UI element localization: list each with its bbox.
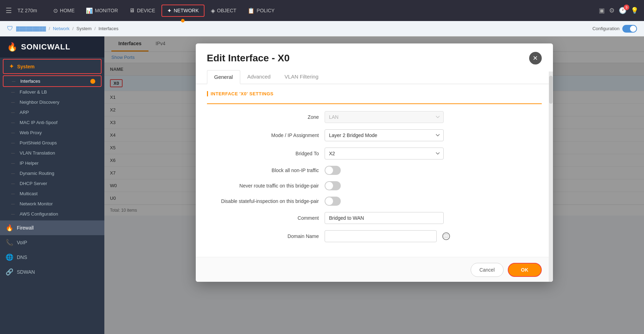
voip-icon: 📞 xyxy=(6,239,13,246)
hamburger-icon[interactable]: ☰ xyxy=(6,6,12,15)
content-area: Interfaces IPv4 Show Ports NAME X0 xyxy=(104,36,644,334)
device-icon: 🖥 xyxy=(129,7,135,14)
dash-icon13: — xyxy=(11,202,15,206)
dns-label: DNS xyxy=(17,254,27,260)
config-toggle[interactable] xyxy=(622,25,637,33)
app-logo-text: SONICWALL xyxy=(21,42,70,52)
modal-tabs: General Advanced VLAN Filtering xyxy=(196,70,553,84)
domain-label: Domain Name xyxy=(207,233,319,239)
modal-tab-vlan-filtering[interactable]: VLAN Filtering xyxy=(278,70,326,84)
cancel-button[interactable]: Cancel xyxy=(471,263,504,277)
never-route-toggle[interactable] xyxy=(325,181,341,190)
sidebar-item-web-proxy[interactable]: — Web Proxy xyxy=(0,128,104,138)
sonicwall-flame-icon: 🔥 xyxy=(7,42,18,52)
sidebar-item-dynamic-routing[interactable]: — Dynamic Routing xyxy=(0,168,104,178)
comment-label: Comment xyxy=(207,215,319,221)
disable-inspect-toggle[interactable] xyxy=(325,197,341,206)
sidebar-item-failover[interactable]: — Failover & LB xyxy=(0,87,104,97)
mode-select[interactable]: Layer 2 Bridged Mode xyxy=(325,129,444,141)
sidebar-item-dhcp[interactable]: — DHCP Server xyxy=(0,178,104,189)
breadcrumb-interfaces: Interfaces xyxy=(98,26,118,31)
nav-device[interactable]: 🖥 DEVICE xyxy=(124,5,160,16)
breadcrumb-sep3: / xyxy=(95,26,96,31)
block-traffic-label: Block all non-IP traffic xyxy=(207,168,319,173)
sidebar-item-arp[interactable]: — ARP xyxy=(0,107,104,117)
dash-icon9: — xyxy=(11,161,15,165)
bridged-to-label: Bridged To xyxy=(207,151,319,156)
sidebar-item-portshield[interactable]: — PortShield Groups xyxy=(0,138,104,148)
help-icon[interactable]: 💡 xyxy=(631,7,638,14)
nav-items: ⊙ HOME 📊 MONITOR 🖥 DEVICE ✦ NETWORK ◈ OB… xyxy=(48,5,279,17)
sidebar-item-mac-ip[interactable]: — MAC IP Anti-Spoof xyxy=(0,117,104,128)
sidebar-item-network-monitor[interactable]: — Network Monitor xyxy=(0,199,104,209)
top-navigation: ☰ TZ 270m ⊙ HOME 📊 MONITOR 🖥 DEVICE ✦ NE… xyxy=(0,0,644,21)
sidebar-item-aws[interactable]: — AWS Configuration xyxy=(0,209,104,219)
sidebar-item-interfaces[interactable]: — Interfaces xyxy=(3,75,102,87)
modal-scrollbar[interactable] xyxy=(549,71,553,282)
terminal-icon[interactable]: ▣ xyxy=(599,7,605,14)
nav-indicator-dot xyxy=(181,19,185,22)
modal-footer: Cancel OK xyxy=(196,257,553,282)
dash-icon14: — xyxy=(11,212,15,216)
sidebar-item-neighbor-discovery[interactable]: — Neighbor Discovery xyxy=(0,97,104,107)
policy-icon: 📋 xyxy=(248,7,255,14)
breadcrumb-home-link[interactable]: ▓▓▓▓▓▓▓▓▓ xyxy=(16,26,46,31)
sidebar-main-voip[interactable]: 📞 VoIP xyxy=(0,235,104,250)
ok-button[interactable]: OK xyxy=(508,263,542,277)
section-label: INTERFACE 'X0' SETTINGS xyxy=(207,91,542,96)
interfaces-indicator xyxy=(90,79,95,84)
domain-info-icon[interactable]: ⓘ xyxy=(442,232,450,240)
breadcrumb-bar: 🛡 ▓▓▓▓▓▓▓▓▓ / Network / System / Interfa… xyxy=(0,21,644,36)
dash-icon: — xyxy=(12,79,15,83)
sidebar-item-vlan[interactable]: — VLAN Translation xyxy=(0,148,104,158)
sdwan-label: SDWAN xyxy=(17,269,35,275)
breadcrumb-sep2: / xyxy=(72,26,74,31)
comment-input[interactable] xyxy=(325,212,444,224)
notifications-icon[interactable]: 🕐 9 xyxy=(619,7,626,14)
dash-icon4: — xyxy=(11,110,15,114)
breadcrumb-network[interactable]: Network xyxy=(53,26,70,31)
dash-icon7: — xyxy=(11,141,15,145)
sidebar-interfaces-label: Interfaces xyxy=(20,79,40,84)
monitor-icon: 📊 xyxy=(86,7,93,14)
block-traffic-toggle[interactable] xyxy=(325,166,341,175)
modal-scroll-thumb[interactable] xyxy=(549,76,553,104)
modal-close-button[interactable]: ✕ xyxy=(529,52,542,64)
modal-tab-advanced[interactable]: Advanced xyxy=(240,70,278,84)
zone-row: Zone LAN xyxy=(207,111,542,123)
sidebar-main-sdwan[interactable]: 🔗 SDWAN xyxy=(0,265,104,279)
nav-policy[interactable]: 📋 POLICY xyxy=(243,5,279,16)
sdwan-icon: 🔗 xyxy=(6,268,13,276)
sidebar-main-dns[interactable]: 🌐 DNS xyxy=(0,250,104,265)
nav-home[interactable]: ⊙ HOME xyxy=(48,5,79,16)
modal-title: Edit Interface - X0 xyxy=(207,53,290,64)
modal-tab-general[interactable]: General xyxy=(207,70,240,84)
nav-monitor[interactable]: 📊 MONITOR xyxy=(81,5,123,16)
dash-icon12: — xyxy=(11,192,15,196)
sidebar-main-firewall[interactable]: 🔥 Firewall xyxy=(0,220,104,235)
nav-object[interactable]: ◈ OBJECT xyxy=(206,5,241,16)
breadcrumb-home-icon[interactable]: 🛡 xyxy=(7,25,13,32)
nav-network[interactable]: ✦ NETWORK xyxy=(161,5,205,17)
dash-icon10: — xyxy=(11,171,15,175)
disable-inspect-row: Disable stateful-inspection on this brid… xyxy=(207,197,542,206)
block-traffic-row: Block all non-IP traffic xyxy=(207,166,542,175)
modal-overlay[interactable]: Edit Interface - X0 ✕ General Advanced V… xyxy=(104,36,644,334)
system-section-label: System xyxy=(17,64,35,69)
domain-input[interactable] xyxy=(325,230,437,242)
sidebar-item-ip-helper[interactable]: — IP Helper xyxy=(0,158,104,168)
disable-inspect-label: Disable stateful-inspection on this brid… xyxy=(207,198,319,204)
dash-icon3: — xyxy=(11,100,15,104)
mode-row: Mode / IP Assignment Layer 2 Bridged Mod… xyxy=(207,129,542,141)
zone-select[interactable]: LAN xyxy=(325,111,444,123)
main-layout: 🔥 SONICWALL ✦ System — Interfaces — Fail… xyxy=(0,36,644,334)
zone-label: Zone xyxy=(207,114,319,120)
never-route-row: Never route traffic on this bridge-pair xyxy=(207,181,542,190)
settings-icon[interactable]: ⚙ xyxy=(609,7,615,14)
bridged-to-select[interactable]: X2 xyxy=(325,148,444,159)
firewall-label: Firewall xyxy=(17,225,34,231)
sidebar: 🔥 SONICWALL ✦ System — Interfaces — Fail… xyxy=(0,36,104,334)
sidebar-item-multicast[interactable]: — Multicast xyxy=(0,189,104,199)
sidebar-section-system[interactable]: ✦ System xyxy=(3,59,102,74)
section-divider xyxy=(207,103,542,104)
